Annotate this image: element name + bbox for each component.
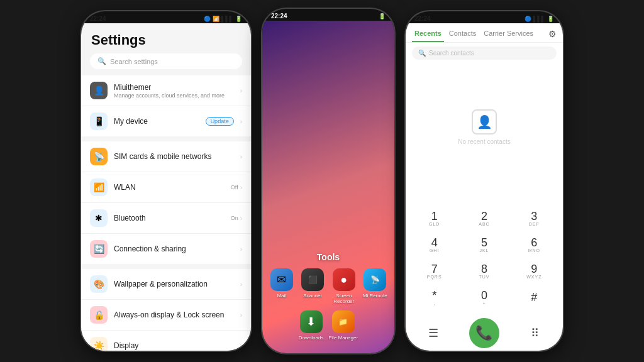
mydevice-title: My device <box>114 117 199 126</box>
settings-item-bluetooth[interactable]: ✱ Bluetooth On › <box>81 203 251 234</box>
dial-key-2[interactable]: 2 ABC <box>465 206 503 230</box>
app-mail[interactable]: ✉ Mail <box>269 268 295 304</box>
sim-text: SIM cards & mobile networks <box>114 152 234 161</box>
status-icons-3: 🔵 ▌▌▌ 🔋 <box>525 16 554 22</box>
dial-letters-3: DEF <box>529 222 540 226</box>
dial-num-hash: # <box>531 292 537 303</box>
no-contacts-label: No recent contacts <box>458 138 510 145</box>
dial-num-9: 9 <box>531 263 537 275</box>
display-chevron: › <box>240 343 242 349</box>
dial-key-1[interactable]: 1 GLD <box>416 206 453 230</box>
settings-item-mydevice[interactable]: 📱 My device Update › <box>81 106 251 136</box>
dial-key-9[interactable]: 9 WXYZ <box>515 259 553 283</box>
app-downloads[interactable]: ⬇ Downloads <box>299 310 324 341</box>
dial-key-3[interactable]: 3 DEF <box>515 206 553 230</box>
dial-letters-8: TUV <box>479 275 489 279</box>
dial-num-6: 6 <box>531 237 537 248</box>
dialer-search[interactable]: 🔍 Search contacts <box>412 47 557 60</box>
downloads-icon: ⬇ <box>300 310 323 333</box>
wallpaper-text: Wallpaper & personalization <box>114 280 234 288</box>
dial-num-1: 1 <box>431 211 438 222</box>
scanner-icon: ⬛ <box>301 268 324 291</box>
settings-item-connection[interactable]: 🔄 Connection & sharing › <box>81 234 251 264</box>
dial-letters-4: GHI <box>430 248 439 253</box>
settings-gear-icon[interactable]: ⚙ <box>548 29 557 39</box>
recorder-icon: ● <box>333 268 355 291</box>
search-placeholder: Search contacts <box>429 50 474 57</box>
app-files[interactable]: 📁 File Manager <box>328 310 358 341</box>
no-contacts-icon: 👤 <box>472 109 497 134</box>
connection-icon: 🔄 <box>90 240 108 258</box>
dial-num-2: 2 <box>481 211 487 222</box>
recorder-label: Screen Recorder <box>331 293 357 304</box>
dial-letters-star: , <box>433 301 435 305</box>
dialpad-row-4: * , 0 + # <box>409 285 559 309</box>
status-bar-home: 22:24 🔋 <box>262 9 394 21</box>
bluetooth-title: Bluetooth <box>114 214 225 222</box>
dial-letters-6: MNO <box>528 248 540 253</box>
settings-item-wlan[interactable]: 📶 WLAN Off › <box>81 172 251 203</box>
dial-key-star[interactable]: * , <box>416 285 453 309</box>
status-time-1: 22:24 <box>90 15 106 22</box>
tab-recents[interactable]: Recents <box>412 26 444 42</box>
status-time-3: 22:24 <box>414 15 431 22</box>
dial-menu-btn[interactable]: ☰ <box>421 321 446 346</box>
wifi-status-icon: 📶 <box>213 16 219 22</box>
app-scanner[interactable]: ⬛ Scanner <box>300 268 326 304</box>
dialer-tabs: Recents Contacts Carrier Services <box>412 26 536 42</box>
settings-title: Settings <box>81 23 251 53</box>
dial-letters-7: PQRS <box>427 275 442 279</box>
home-battery-icon: 🔋 <box>379 13 386 19</box>
update-badge[interactable]: Update <box>206 117 234 126</box>
dialpad: 1 GLD 2 ABC 3 DEF 4 GHI 5 <box>406 204 563 315</box>
dial-grid-btn[interactable]: ⠿ <box>523 321 548 346</box>
dial-letters-5: JKL <box>479 248 489 253</box>
mydevice-icon: 📱 <box>90 112 108 130</box>
dial-letters-9: WXYZ <box>526 275 541 279</box>
settings-item-miuithemer[interactable]: 👤 Miuithemer Manage accounts, cloud serv… <box>81 75 251 106</box>
bluetooth-icon: ✱ <box>90 209 108 227</box>
dialer-bluetooth-icon: 🔵 <box>525 16 531 22</box>
home-screen: Tools ✉ Mail ⬛ Scanner ● Screen Recorder… <box>262 21 394 353</box>
miuithemer-icon: 👤 <box>90 82 108 99</box>
dial-num-8: 8 <box>481 263 487 275</box>
dial-key-0[interactable]: 0 + <box>465 285 503 309</box>
wlan-text: WLAN <box>114 183 225 192</box>
phone-home: 22:24 🔋 Tools ✉ Mail ⬛ Scanner ● Screen … <box>262 9 394 353</box>
battery-status-icon: 🔋 <box>235 16 242 22</box>
app-recorder[interactable]: ● Screen Recorder <box>331 268 357 304</box>
dialpad-row-3: 7 PQRS 8 TUV 9 WXYZ <box>409 259 559 283</box>
wlan-status: Off › <box>231 184 242 191</box>
connection-text: Connection & sharing <box>114 244 234 253</box>
connection-chevron: › <box>240 246 242 253</box>
wlan-icon: 📶 <box>90 178 108 196</box>
sim-chevron: › <box>240 153 242 160</box>
tab-contacts[interactable]: Contacts <box>447 26 479 42</box>
settings-item-sim[interactable]: 📡 SIM cards & mobile networks › <box>81 141 251 172</box>
dialpad-row-1: 1 GLD 2 ABC 3 DEF <box>409 206 559 230</box>
mydevice-chevron: › <box>240 118 242 125</box>
settings-item-display[interactable]: ☀️ Display › <box>81 331 251 351</box>
call-button[interactable]: 📞 <box>469 318 499 348</box>
dial-key-6[interactable]: 6 MNO <box>515 233 553 256</box>
dialer-tabs-bar: Recents Contacts Carrier Services ⚙ <box>406 23 563 43</box>
display-icon: ☀️ <box>90 337 108 351</box>
mydevice-text: My device <box>114 117 199 126</box>
lockscreen-title: Always-on display & Lock screen <box>114 310 234 319</box>
dial-key-hash[interactable]: # <box>515 285 553 309</box>
dial-key-8[interactable]: 8 TUV <box>465 259 503 283</box>
status-bar-dialer: 22:24 🔵 ▌▌▌ 🔋 <box>406 11 563 23</box>
app-remote[interactable]: 📡 Mi Remote <box>362 268 389 304</box>
settings-search[interactable]: 🔍 Search settings <box>90 53 242 69</box>
signal-status-icon: ▌▌▌ <box>221 16 233 22</box>
dial-key-4[interactable]: 4 GHI <box>416 233 453 256</box>
tab-carrier[interactable]: Carrier Services <box>481 26 536 42</box>
dial-num-5: 5 <box>481 237 487 248</box>
settings-item-lockscreen[interactable]: 🔒 Always-on display & Lock screen › <box>81 300 251 331</box>
settings-item-wallpaper[interactable]: 🎨 Wallpaper & personalization › <box>81 269 251 300</box>
status-bar-settings: 22:24 🔵 📶 ▌▌▌ 🔋 <box>81 11 251 23</box>
dial-key-5[interactable]: 5 JKL <box>465 233 503 256</box>
mail-icon: ✉ <box>270 268 293 291</box>
dial-letters-0: + <box>482 301 486 305</box>
dial-key-7[interactable]: 7 PQRS <box>416 259 453 283</box>
